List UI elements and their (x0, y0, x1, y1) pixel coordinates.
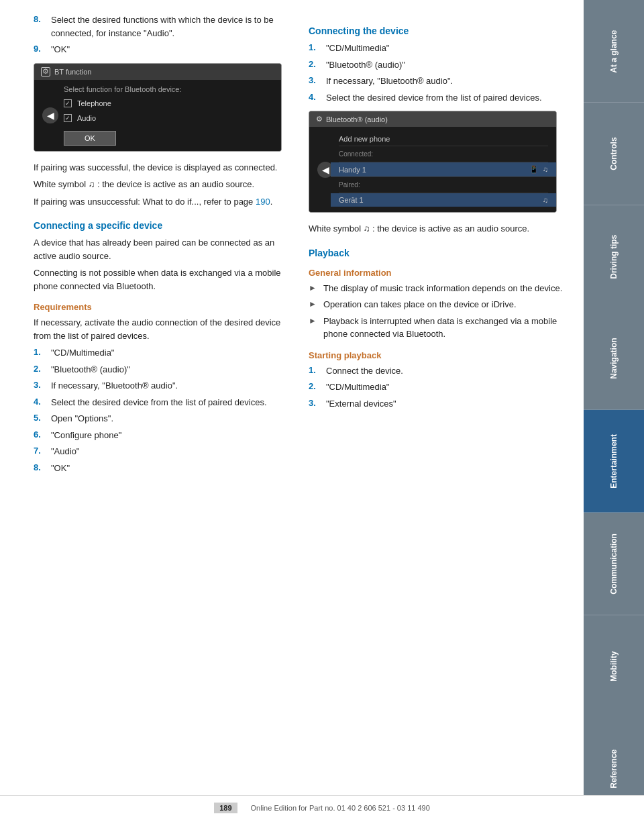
right-white-symbol-text: White symbol ♫ : the device is active as… (309, 222, 564, 236)
connecting-steps: 1. "CD/Multimedia" 2. "Bluetooth® (audio… (34, 346, 288, 474)
right-column: Connecting the device 1. "CD/Multimedia"… (309, 13, 564, 478)
sidebar-tab-entertainment-label: Entertainment (609, 434, 619, 489)
right-step-4: 4. Select the desired device from the li… (309, 91, 564, 105)
nav-arrow-left[interactable]: ◀ (42, 107, 58, 123)
bt-add-new-phone-row: Add new phone (339, 132, 548, 146)
pairing-unsuccessful-prefix: If pairing was unsuccessful: What to do … (34, 197, 256, 207)
starting-playback-heading: Starting playback (309, 350, 564, 360)
page-footer: 189 Online Edition for Part no. 01 40 2 … (0, 795, 644, 820)
sidebar-tab-at-glance[interactable]: At a glance (584, 0, 644, 103)
start-step-3-num: 3. (309, 397, 321, 411)
bt-phone-icon: 📱 (529, 165, 539, 174)
start-step-1-text: Connect the device. (326, 364, 403, 378)
bt-paired-device: Gerät 1 (339, 196, 364, 204)
bt-function-title: BT function (54, 68, 91, 76)
left-step-5: 5. Open "Options". (34, 412, 288, 425)
bt-paired-label-row: Paired: (339, 177, 548, 193)
bullet-list: ► The display of music track information… (309, 282, 564, 341)
bt-function-body: ◀ Select function for Bluetooth device: … (34, 80, 281, 151)
sidebar-tab-reference-label: Reference (609, 750, 619, 788)
bt-audio-screen: ⚙ Bluetooth® (audio) ◀ Add new phone (309, 111, 557, 213)
bt-audio-titlebar: ⚙ Bluetooth® (audio) (309, 111, 556, 127)
start-step-1-num: 1. (309, 364, 321, 378)
right-step-4-num: 4. (309, 91, 321, 105)
bt-telephone-label: Telephone (77, 99, 111, 107)
sidebar-tab-controls[interactable]: Controls (584, 103, 644, 205)
left-step-5-text: Open "Options". (51, 412, 113, 425)
step-8-num: 8. (34, 13, 46, 40)
start-step-2-num: 2. (309, 380, 321, 394)
left-step-6-num: 6. (34, 429, 46, 442)
bullet-3-text: Playback is interrupted when data is exc… (323, 315, 564, 341)
left-step-6-text: "Configure phone" (51, 429, 121, 442)
bt-paired-label: Paired: (339, 180, 360, 190)
pairing-success-text: If pairing was successful, the device is… (34, 161, 288, 174)
bullet-arrow-1: ► (309, 282, 318, 293)
left-step-1: 1. "CD/Multimedia" (34, 346, 288, 360)
specific-device-body1: A device that has already been paired ca… (34, 236, 288, 262)
left-step-2-num: 2. (34, 363, 46, 376)
left-step-5-num: 5. (34, 412, 46, 425)
left-step-2: 2. "Bluetooth® (audio)" (34, 363, 288, 376)
sidebar-tab-communication-label: Communication (609, 533, 619, 595)
bt-audio-icon: ⚙ (316, 115, 323, 123)
bt-function-titlebar: ⚙ BT function (34, 64, 281, 80)
sidebar-tab-communication[interactable]: Communication (584, 513, 644, 615)
left-step-3: 3. If necessary, "Bluetooth® audio". (34, 379, 288, 393)
left-step-8-text: "OK" (51, 462, 70, 475)
bt-paired-device-row: Gerät 1 ♫ (331, 193, 556, 207)
footer-text: Online Edition for Part no. 01 40 2 606 … (251, 804, 430, 812)
bt-connected-device: Handy 1 (339, 166, 366, 174)
left-step-6: 6. "Configure phone" (34, 429, 288, 442)
step-8-text: Select the desired functions with which … (51, 13, 288, 40)
bt-function-label: Select function for Bluetooth device: (64, 85, 273, 93)
bullet-1: ► The display of music track information… (309, 282, 564, 295)
left-step-8-num: 8. (34, 462, 46, 475)
pairing-page-link[interactable]: 190 (256, 197, 270, 207)
left-step-7: 7. "Audio" (34, 445, 288, 458)
left-step-2-text: "Bluetooth® (audio)" (51, 363, 130, 376)
bullet-3: ► Playback is interrupted when data is e… (309, 315, 564, 341)
connecting-specific-device-heading: Connecting a specific device (34, 220, 288, 231)
bt-ok-button[interactable]: OK (64, 131, 116, 146)
sidebar-tab-driving-tips[interactable]: Driving tips (584, 205, 644, 308)
bt-add-new-phone: Add new phone (339, 135, 390, 143)
bt-connected-label: Connected: (339, 149, 373, 159)
start-step-3-text: "External devices" (326, 397, 396, 411)
bt-music-icon: ♫ (543, 165, 548, 174)
sidebar-tab-entertainment[interactable]: Entertainment (584, 410, 644, 513)
bt-function-screen: ⚙ BT function ◀ Select function for Blue… (34, 63, 282, 152)
left-step-7-text: "Audio" (51, 445, 79, 458)
bt-icon: ⚙ (41, 67, 50, 76)
bullet-arrow-3: ► (309, 315, 318, 325)
bt-option-telephone: ✓ Telephone (64, 97, 273, 109)
step-9-text: "OK" (51, 43, 70, 56)
bullet-arrow-2: ► (309, 298, 318, 309)
right-step-1: 1. "CD/Multimedia" (309, 42, 564, 55)
step-9: 9. "OK" (34, 43, 288, 56)
left-step-4-text: Select the desired device from the list … (51, 396, 267, 409)
intro-steps: 8. Select the desired functions with whi… (34, 13, 288, 56)
bullet-2: ► Operation can takes place on the devic… (309, 298, 564, 311)
bt-device-icons: 📱 ♫ (529, 165, 548, 174)
requirements-heading: Requirements (34, 302, 288, 312)
left-step-1-text: "CD/Multimedia" (51, 346, 114, 360)
right-step-3-num: 3. (309, 74, 321, 88)
sidebar: At a glance Controls Driving tips Naviga… (584, 0, 644, 820)
connecting-device-heading: Connecting the device (309, 25, 564, 36)
bullet-1-text: The display of music track information d… (323, 282, 562, 295)
left-step-3-num: 3. (34, 379, 46, 393)
sidebar-tab-mobility[interactable]: Mobility (584, 615, 644, 718)
bt-audio-body: ◀ Add new phone Connected: Handy 1 (309, 127, 556, 212)
right-step-3-text: If necessary, "Bluetooth® audio". (326, 74, 453, 88)
white-symbol-text: White symbol ♫ : the device is active as… (34, 178, 288, 191)
sidebar-tab-navigation[interactable]: Navigation (584, 307, 644, 410)
specific-device-body2: Connecting is not possible when data is … (34, 266, 288, 293)
right-step-2-num: 2. (309, 58, 321, 72)
sidebar-tab-driving-tips-label: Driving tips (609, 234, 619, 278)
right-step-2-text: "Bluetooth® (audio)" (326, 58, 405, 72)
bt-function-inner: Select function for Bluetooth device: ✓ … (64, 85, 273, 146)
sidebar-tab-at-glance-label: At a glance (609, 30, 619, 72)
left-step-7-num: 7. (34, 445, 46, 458)
bt-connected-device-row: Handy 1 📱 ♫ (331, 162, 556, 177)
